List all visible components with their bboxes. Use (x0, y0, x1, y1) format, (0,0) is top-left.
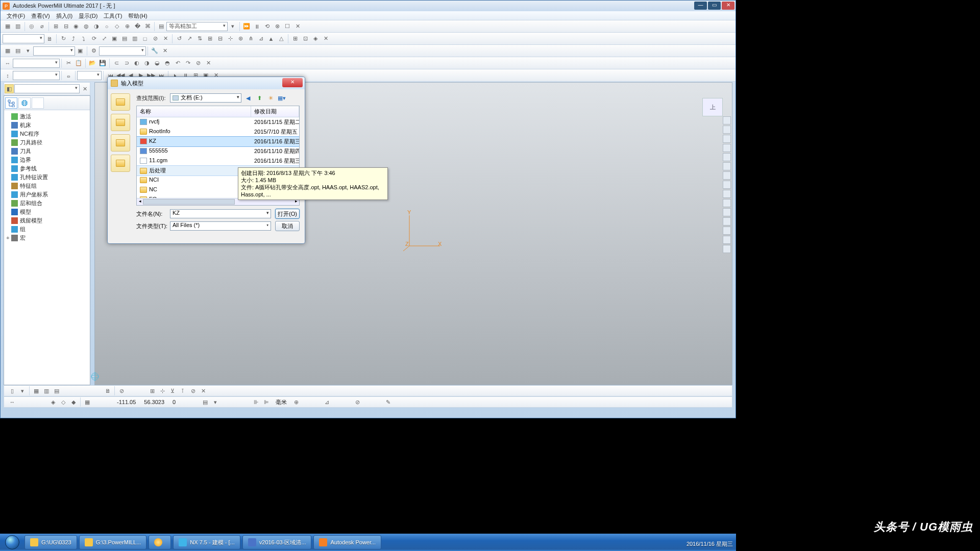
tb-icon[interactable]: ⤴ (69, 34, 78, 43)
place-documents[interactable] (111, 134, 130, 152)
sb-icon[interactable]: ⊞ (148, 386, 157, 395)
taskbar-task[interactable]: NX 7.5 - 建模 - [... (173, 535, 240, 549)
tb-icon[interactable]: 🗎 (45, 34, 54, 43)
tb-icon[interactable]: ↷ (183, 59, 192, 68)
tree-item[interactable]: 孔特征设置 (6, 173, 88, 182)
place-desktop[interactable] (111, 114, 130, 131)
combo-empty[interactable] (99, 46, 146, 56)
menu-help[interactable]: 帮助(H) (125, 11, 150, 20)
tab-blank[interactable] (32, 97, 44, 109)
tb-icon[interactable]: 📋 (74, 59, 83, 68)
sb-icon[interactable]: ▾ (211, 397, 220, 407)
tb-icon[interactable]: ◑ (142, 59, 152, 68)
filename-input[interactable]: KZ (170, 209, 271, 218)
tb-icon[interactable]: ☐ (283, 22, 292, 31)
tb-icon[interactable]: ⏩ (242, 22, 251, 31)
file-row[interactable]: KZ2016/11/16 星期三 (137, 137, 299, 146)
tb-icon[interactable]: ⊘ (151, 34, 160, 43)
sb-icon[interactable]: ▥ (42, 386, 51, 395)
sb-icon[interactable]: ▦ (32, 386, 41, 395)
tb-icon[interactable]: 🔧 (150, 46, 159, 56)
sb-icon[interactable]: ◆ (69, 397, 78, 407)
tb-icon[interactable]: ⟲ (262, 22, 272, 31)
tb-icon[interactable]: ⟳ (89, 34, 99, 43)
tb-icon[interactable]: ⊟ (61, 22, 70, 31)
tb-icon[interactable]: ⊡ (301, 34, 310, 43)
viewmode-icon[interactable]: ▦▾ (277, 93, 286, 103)
newfolder-icon[interactable]: ✳ (266, 93, 275, 103)
explorer-combo[interactable] (14, 84, 80, 93)
combo-empty[interactable] (77, 71, 102, 80)
up-icon[interactable]: ⬆ (255, 93, 264, 103)
file-row[interactable]: RootInfo2015/7/10 星期五 . (137, 127, 299, 137)
tb-icon[interactable]: ⊹ (226, 34, 235, 43)
tb-icon[interactable]: ✕ (293, 22, 302, 31)
tree-item[interactable]: +宏 (6, 234, 88, 242)
sb-icon[interactable]: ✎ (383, 397, 393, 407)
tb-icon[interactable]: ◓ (163, 59, 172, 68)
tb-icon[interactable]: ⇅ (195, 34, 204, 43)
taskbar-task[interactable]: Autodesk Power... (313, 535, 381, 549)
close-button[interactable]: ✕ (722, 2, 734, 10)
tree-item[interactable]: 参考线 (6, 164, 88, 173)
maximize-button[interactable]: ▭ (708, 2, 721, 10)
tb-icon[interactable]: ⊞ (205, 34, 214, 43)
rt-icon[interactable] (723, 236, 731, 244)
tb-icon[interactable]: ↕ (3, 71, 12, 80)
tb-icon[interactable]: ⊃ (122, 59, 131, 68)
tree-item[interactable]: 组 (6, 225, 88, 234)
rt-icon[interactable] (723, 162, 731, 170)
tb-icon[interactable]: ▥ (130, 34, 139, 43)
tb-icon[interactable]: ▲ (266, 34, 276, 43)
tb-icon[interactable]: ◇ (112, 22, 121, 31)
minimize-button[interactable]: — (694, 2, 707, 10)
sb-icon[interactable]: ◇ (59, 397, 68, 407)
tb-icon[interactable]: 📂 (88, 59, 97, 68)
tb-icon[interactable]: ⊞ (51, 22, 60, 31)
tree-item[interactable]: 层和组合 (6, 199, 88, 208)
tb-icon[interactable]: ✕ (160, 46, 169, 56)
tb-icon[interactable]: ⊟ (215, 34, 225, 43)
tb-icon[interactable]: ▾ (23, 46, 33, 56)
tb-icon[interactable]: ▤ (13, 46, 22, 56)
scroll-left-icon[interactable]: ◂ (137, 198, 143, 206)
tb-icon[interactable]: ✕ (161, 34, 170, 43)
sb-icon[interactable]: ⊘ (117, 386, 126, 395)
combo-empty[interactable] (13, 71, 60, 80)
tb-icon[interactable]: ⊂ (112, 59, 121, 68)
sb-icon[interactable]: ▦ (83, 397, 92, 407)
tb-icon[interactable]: ◒ (153, 59, 162, 68)
back-icon[interactable]: ◀ (243, 93, 253, 103)
tb-icon[interactable]: □ (140, 34, 150, 43)
sb-icon[interactable]: ⊕ (291, 397, 301, 407)
filetype-combo[interactable]: All Files (*) (170, 221, 271, 231)
dialog-close-button[interactable]: ✕ (282, 78, 303, 87)
tree-item[interactable]: 模型 (6, 208, 88, 216)
cancel-button[interactable]: 取消 (275, 221, 300, 231)
menu-display[interactable]: 显示(D) (76, 11, 101, 20)
tb-icon[interactable]: ○ (102, 22, 111, 31)
tree-item[interactable]: 残留模型 (6, 216, 88, 225)
rt-icon[interactable] (723, 227, 731, 235)
tb-icon[interactable]: ⋔ (246, 34, 255, 43)
tree-item[interactable]: 刀具路径 (6, 138, 88, 147)
file-row[interactable]: 5555552016/11/10 星期四 (137, 146, 299, 156)
tree-item[interactable]: 激活 (6, 112, 88, 121)
menu-file[interactable]: 文件(F) (4, 11, 28, 20)
tb-icon[interactable]: ▤ (157, 22, 166, 31)
cube-icon[interactable]: ◧ (5, 84, 14, 93)
rt-icon[interactable] (723, 217, 731, 226)
lookin-combo[interactable]: 文档 (E:) (170, 93, 241, 103)
taskbar-task[interactable] (149, 535, 171, 549)
tb-icon[interactable]: ⊞ (290, 34, 300, 43)
file-row[interactable]: 11.cgm2016/11/16 星期三 (137, 156, 299, 166)
rt-icon[interactable] (723, 126, 731, 134)
taskbar-task[interactable]: v2016-03-区域清... (242, 535, 312, 549)
tb-icon[interactable]: ▾ (228, 22, 237, 31)
rt-icon[interactable] (723, 144, 731, 152)
tb-icon[interactable]: ⌀ (37, 22, 46, 31)
tb-icon[interactable]: ⊘ (193, 59, 203, 68)
tb-icon[interactable]: ▣ (76, 46, 85, 56)
rt-icon[interactable] (723, 116, 731, 124)
system-tray[interactable]: 2016/11/16 星期三 (687, 540, 733, 548)
